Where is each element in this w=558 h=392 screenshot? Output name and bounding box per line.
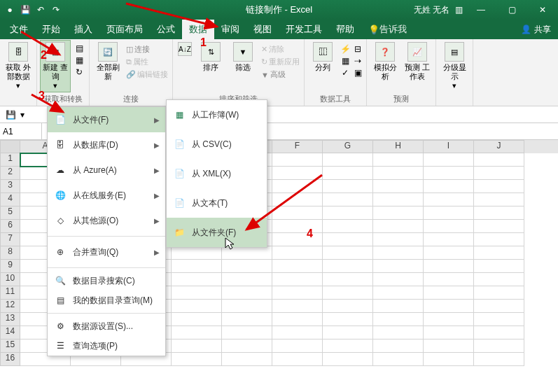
cell[interactable] (373, 206, 424, 220)
cell[interactable] (424, 246, 474, 260)
cell[interactable] (474, 326, 524, 340)
maximize-button[interactable]: ▢ (499, 0, 524, 20)
cell[interactable] (424, 220, 474, 233)
cell[interactable] (323, 246, 373, 260)
cell[interactable] (323, 167, 373, 180)
whatif-button[interactable]: ❓模拟分析 (370, 41, 400, 83)
tab-file[interactable]: 文件 (3, 20, 35, 39)
menu-from-xml[interactable]: 📄从 XML(X) (167, 159, 267, 188)
row-header[interactable]: 4 (0, 193, 20, 206)
cell[interactable] (373, 167, 424, 180)
cell[interactable] (373, 180, 424, 193)
tab-data[interactable]: 数据 (182, 20, 214, 39)
row-header[interactable]: 10 (0, 273, 20, 286)
row-header[interactable]: 13 (0, 313, 20, 326)
user-name[interactable]: 无姓 无名 (414, 4, 449, 16)
cell[interactable] (373, 193, 424, 206)
cell[interactable] (272, 286, 323, 300)
cell[interactable] (172, 300, 222, 313)
menu-from-file[interactable]: 📄从文件(F)▶ (48, 107, 165, 132)
redo-icon[interactable]: ↷ (50, 4, 62, 15)
cell[interactable] (272, 260, 323, 273)
cell[interactable] (172, 340, 222, 353)
cell[interactable] (222, 300, 272, 313)
row-header[interactable]: 2 (0, 167, 20, 180)
cell[interactable] (424, 206, 474, 220)
sort-az-button[interactable]: A↓Z (176, 41, 194, 59)
cell[interactable] (172, 286, 222, 300)
cell[interactable] (373, 353, 424, 366)
show-queries-icon[interactable]: ▤ (74, 43, 85, 54)
cell[interactable] (373, 313, 424, 326)
menu-my-catalog[interactable]: ▤我的数据目录查询(M) (48, 290, 165, 310)
tab-layout[interactable]: 页面布局 (99, 20, 150, 39)
cell[interactable] (474, 353, 524, 366)
cell[interactable] (424, 233, 474, 246)
cell[interactable] (272, 206, 323, 220)
advanced-button[interactable]: ▼ 高级 (260, 69, 301, 80)
save-icon[interactable]: 💾 (20, 4, 31, 15)
select-all-corner[interactable] (0, 140, 20, 153)
connections-button[interactable]: ◫ 连接 (125, 43, 169, 55)
cell[interactable] (373, 220, 424, 233)
cell[interactable] (222, 260, 272, 273)
cell[interactable] (323, 286, 373, 300)
cell[interactable] (474, 233, 524, 246)
cell[interactable] (474, 220, 524, 233)
cell[interactable] (323, 300, 373, 313)
tab-home[interactable]: 开始 (35, 20, 67, 39)
tab-view[interactable]: 视图 (246, 20, 279, 39)
cell[interactable] (172, 273, 222, 286)
cell[interactable] (424, 300, 474, 313)
minimize-button[interactable]: — (468, 0, 494, 20)
cell[interactable] (172, 353, 222, 366)
cell[interactable] (323, 233, 373, 246)
cell[interactable] (424, 340, 474, 353)
cell[interactable] (474, 286, 524, 300)
tab-help[interactable]: 帮助 (329, 20, 361, 39)
tell-me[interactable]: 💡 告诉我 (361, 20, 414, 39)
row-header[interactable]: 7 (0, 233, 20, 246)
row-header[interactable]: 9 (0, 260, 20, 273)
cell[interactable] (272, 193, 323, 206)
cell[interactable] (373, 326, 424, 340)
row-header[interactable]: 5 (0, 206, 20, 220)
cell[interactable] (272, 167, 323, 180)
cell[interactable] (373, 286, 424, 300)
cell[interactable] (424, 167, 474, 180)
row-header[interactable]: 1 (0, 153, 20, 167)
row-header[interactable]: 8 (0, 246, 20, 260)
col-header[interactable]: G (323, 140, 373, 153)
menu-from-text[interactable]: 📄从文本(T) (167, 188, 267, 218)
cell[interactable] (272, 246, 323, 260)
cell[interactable] (474, 300, 524, 313)
get-external-data-button[interactable]: 🗄获取 外部数据 ▾ (3, 41, 34, 92)
menu-from-csv[interactable]: 📄从 CSV(C) (167, 130, 267, 159)
cell[interactable] (424, 313, 474, 326)
menu-query-options[interactable]: ☰查询选项(P) (48, 336, 165, 356)
cell[interactable] (272, 300, 323, 313)
forecast-button[interactable]: 📈预测 工作表 (402, 41, 433, 83)
col-header[interactable]: F (272, 140, 323, 153)
cell[interactable] (222, 286, 272, 300)
manage-model-icon[interactable]: ▣ (352, 67, 363, 78)
cell[interactable] (373, 246, 424, 260)
cell[interactable] (323, 260, 373, 273)
cell[interactable] (424, 180, 474, 193)
cell[interactable] (474, 313, 524, 326)
share-button[interactable]: 👤 共享 (521, 24, 551, 36)
outline-button[interactable]: ▤分级显示 ▾ (439, 41, 470, 92)
cell[interactable] (474, 260, 524, 273)
cell[interactable] (323, 220, 373, 233)
row-header[interactable]: 16 (0, 353, 20, 366)
row-header[interactable]: 11 (0, 286, 20, 300)
cell[interactable] (424, 273, 474, 286)
cell[interactable] (424, 260, 474, 273)
text-to-columns-button[interactable]: ⿲分列 (307, 41, 338, 74)
row-header[interactable]: 12 (0, 300, 20, 313)
cell[interactable] (323, 180, 373, 193)
row-header[interactable]: 6 (0, 220, 20, 233)
cell[interactable] (222, 353, 272, 366)
cell[interactable] (424, 193, 474, 206)
recent-sources-icon[interactable]: ↻ (74, 66, 85, 78)
